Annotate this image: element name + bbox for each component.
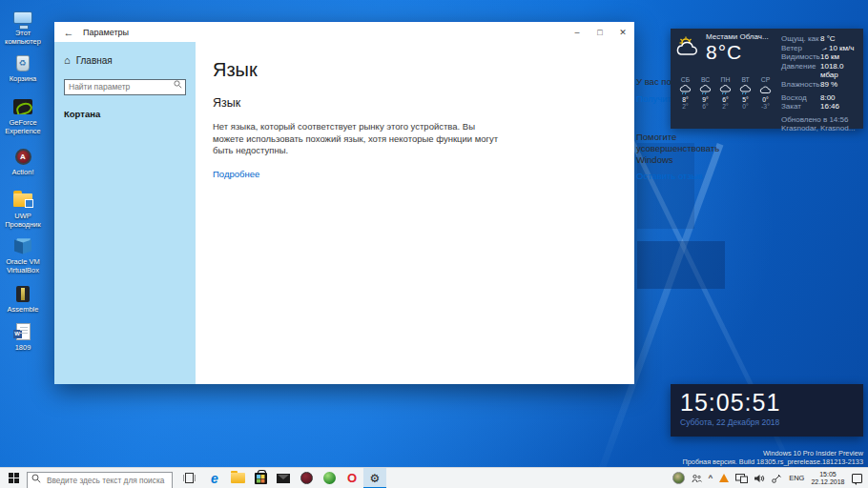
- tray-notification-center-button[interactable]: [848, 468, 865, 488]
- desktop-icon-uwp-explorer[interactable]: UWP Проводник: [1, 189, 45, 229]
- recycle-bin-icon: [10, 51, 35, 74]
- search-icon: [31, 474, 41, 483]
- sidebar-item-home[interactable]: ⌂ Главная: [54, 51, 196, 69]
- rain-cloud-icon: [739, 85, 753, 95]
- settings-content: Язык Язык Нет языка, который соответству…: [196, 42, 634, 384]
- desktop-icon-assemble[interactable]: Assemble: [1, 282, 45, 315]
- connector-icon: [772, 474, 782, 483]
- section-title: Язык: [213, 96, 634, 110]
- taskbar-search-input[interactable]: [27, 472, 173, 488]
- rain-cloud-icon: [699, 85, 713, 95]
- task-view-icon: [183, 473, 196, 483]
- tray-warning-button[interactable]: [716, 468, 733, 488]
- sidebar-section-cortana[interactable]: Кортана: [54, 105, 196, 123]
- desktop-icon-label: Assemble: [1, 306, 45, 315]
- home-icon: ⌂: [64, 54, 71, 66]
- clock-date: Суббота, 22 Декабря 2018: [680, 417, 863, 427]
- weather-updated: Обновлено в 14:56: [781, 115, 861, 125]
- partly-cloudy-icon: [675, 36, 702, 57]
- taskbar-explorer-button[interactable]: [226, 468, 249, 488]
- taskbar-action-button[interactable]: [295, 468, 318, 488]
- weather-widget[interactable]: Местами Облач... 8°C СБ 8° 2° ВС 9° 6° П…: [671, 29, 863, 129]
- weather-temperature: 8°C: [706, 41, 778, 64]
- desktop-icon-action[interactable]: A Action!: [1, 145, 45, 177]
- feedback-link[interactable]: Оставить отзыв: [636, 171, 703, 182]
- avatar: [672, 472, 685, 484]
- desktop-icon-geforce-experience[interactable]: GeForce Experience: [1, 95, 45, 135]
- weather-details: Ощущ. как8 °C Ветер→10 км/ч Видимость16 …: [781, 34, 861, 133]
- maximize-icon: □: [597, 28, 602, 37]
- page-title: Язык: [213, 59, 634, 81]
- tray-language-indicator[interactable]: ENG: [786, 468, 808, 488]
- taskbar-store-button[interactable]: [249, 468, 272, 488]
- weather-location: Krasnodar, Krasnod...: [781, 124, 861, 133]
- taskbar-settings-button[interactable]: ⚙: [363, 468, 386, 488]
- minimize-button[interactable]: –: [566, 22, 589, 42]
- clock-widget[interactable]: 15:05:51 Суббота, 22 Декабря 2018: [671, 384, 863, 437]
- display-icon: [735, 474, 748, 483]
- taskbar-opera-button[interactable]: O: [341, 468, 363, 488]
- tray-clock[interactable]: 15:05 22.12.2018: [808, 468, 848, 488]
- weather-forecast: СБ 8° 2° ВС 9° 6° ПН 6° 2° ВТ 5° 0: [675, 76, 776, 110]
- minimize-icon: –: [574, 28, 579, 37]
- details-link[interactable]: Подробнее: [213, 169, 259, 179]
- desktop-icon-label: 1809: [1, 344, 45, 353]
- back-button[interactable]: ←: [54, 27, 83, 38]
- settings-search-input[interactable]: [64, 79, 186, 95]
- desktop-icon-label: Action!: [1, 169, 45, 177]
- weather-condition: Местами Облач...: [706, 32, 778, 41]
- taskbar: e O ⚙ ^ ENG: [0, 467, 868, 488]
- back-arrow-icon: ←: [64, 27, 74, 38]
- windows-logo-icon: [9, 473, 19, 483]
- forecast-day[interactable]: СР 0° -3°: [755, 76, 775, 110]
- window-titlebar[interactable]: ← Параметры – □ ✕: [54, 22, 634, 42]
- action-icon: A: [10, 145, 35, 168]
- desktop-icon-recycle-bin[interactable]: Корзина: [1, 51, 45, 84]
- task-view-button[interactable]: [176, 468, 201, 488]
- tray-connect-button[interactable]: [769, 468, 786, 488]
- assemble-icon: [10, 282, 35, 305]
- desktop-icon-label: Корзина: [1, 75, 45, 84]
- sidebar-home-label: Главная: [76, 55, 113, 66]
- forecast-day[interactable]: ВТ 5° 0°: [735, 76, 755, 110]
- language-description: Нет языка, который соответствует рынку э…: [213, 121, 499, 157]
- tray-date: 22.12.2018: [811, 478, 844, 486]
- opera-icon: O: [347, 471, 357, 485]
- virtualbox-icon: [10, 234, 35, 257]
- tray-people-button[interactable]: [688, 468, 705, 488]
- green-app-icon: [323, 472, 336, 484]
- tray-display-button[interactable]: [733, 468, 752, 488]
- tray-hidden-icons-button[interactable]: ^: [705, 468, 716, 488]
- close-button[interactable]: ✕: [611, 22, 634, 42]
- close-icon: ✕: [619, 28, 627, 37]
- folder-icon: [10, 189, 35, 212]
- system-tray: ^ ENG 15:05 22.12.2018: [669, 468, 868, 488]
- taskbar-edge-button[interactable]: e: [203, 468, 226, 488]
- desktop-icon-virtualbox[interactable]: Oracle VM VirtualBox: [1, 234, 45, 274]
- file-explorer-icon: [231, 473, 245, 483]
- notification-center-icon: [852, 474, 862, 483]
- desktop-icon-word-doc[interactable]: 1809: [1, 320, 45, 353]
- desktop-icon-label: GeForce Experience: [1, 119, 45, 135]
- word-doc-icon: [10, 320, 35, 343]
- taskbar-green-app-button[interactable]: [318, 468, 341, 488]
- forecast-day[interactable]: ВС 9° 6°: [695, 76, 715, 110]
- settings-window: ← Параметры – □ ✕ ⌂ Главная К: [54, 21, 634, 384]
- window-title: Параметры: [83, 28, 129, 37]
- maximize-button[interactable]: □: [589, 22, 611, 42]
- improve-text: Помогите усовершенствовать Windows: [636, 132, 755, 166]
- start-button[interactable]: [0, 468, 27, 488]
- desktop-icon-this-pc[interactable]: Этот компьютер: [1, 6, 45, 46]
- speaker-icon: [754, 474, 765, 483]
- taskbar-mail-button[interactable]: [272, 468, 295, 488]
- rain-cloud-icon: [679, 85, 692, 95]
- rain-cloud-icon: [719, 85, 733, 95]
- tray-volume-button[interactable]: [752, 468, 769, 488]
- settings-sidebar: ⌂ Главная Кортана: [54, 42, 196, 384]
- search-icon: [174, 80, 182, 89]
- this-pc-icon: [10, 6, 35, 29]
- warning-triangle-icon: [719, 474, 729, 482]
- forecast-day[interactable]: ПН 6° 2°: [715, 76, 735, 110]
- tray-people-avatar[interactable]: [669, 468, 688, 488]
- forecast-day[interactable]: СБ 8° 2°: [675, 76, 695, 110]
